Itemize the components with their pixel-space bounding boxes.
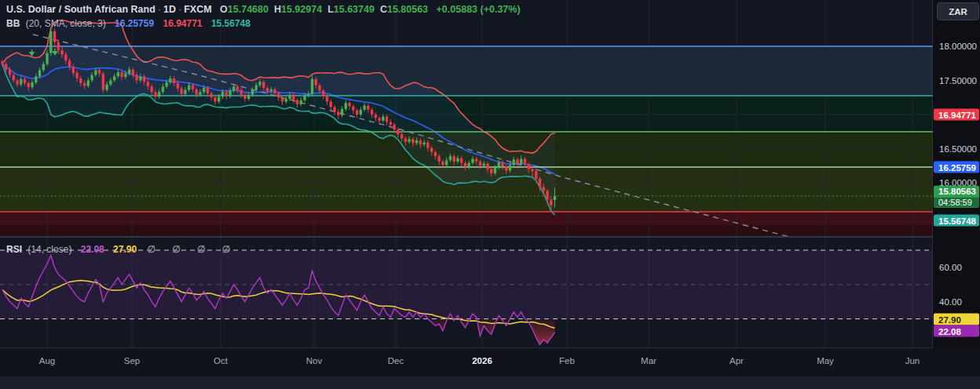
candle-body [192, 85, 194, 89]
candle-body [475, 159, 477, 162]
candle-body [288, 95, 291, 99]
candle-body [400, 134, 403, 138]
candle-body [318, 85, 320, 91]
time-axis-label-sep: Sep [124, 356, 140, 365]
candle-body [83, 83, 86, 85]
price-axis-label: 17.50000 [939, 76, 977, 85]
rsi-axis-label: 60.00 [939, 263, 962, 272]
candle-body [5, 64, 7, 70]
candle-body [375, 115, 377, 118]
candle-body [203, 88, 205, 92]
interval-label[interactable]: 1D [163, 4, 176, 15]
candle-body [124, 74, 126, 77]
chart-canvas[interactable] [0, 0, 980, 389]
candle-body [64, 54, 67, 60]
candle-body [113, 76, 115, 80]
bb-indicator-params: (20, SMA, close, 3) [26, 18, 106, 29]
candle-body [20, 79, 22, 85]
candle-body [333, 107, 335, 111]
candle-body [501, 162, 503, 166]
candle-body [266, 88, 269, 91]
candle-body [251, 90, 254, 95]
candle-body [38, 70, 41, 76]
candle-body [139, 76, 141, 80]
candle-body [430, 148, 433, 152]
candle-body [243, 95, 246, 99]
candle-body [218, 96, 220, 101]
candle-body [177, 83, 179, 89]
candle-body [356, 111, 358, 115]
ohlc-key: L [327, 4, 334, 15]
candle-body [543, 187, 545, 191]
candle-body [524, 159, 526, 165]
candle-body [169, 78, 171, 82]
candle-body [68, 60, 71, 67]
candle-body [393, 125, 395, 129]
candle-body [98, 70, 101, 73]
candle-body [422, 143, 425, 145]
trading-chart-window: U.S. Dollar / South African Rand·1D·FXCM… [0, 0, 980, 389]
candle-body [285, 99, 287, 101]
candle-body [341, 109, 343, 115]
candle-body [236, 86, 239, 89]
candle-body [352, 107, 354, 111]
ohlc-value: 15.74680 [228, 4, 269, 15]
candle-body [154, 92, 156, 96]
ohlc-key: O [220, 4, 228, 15]
candle-body [46, 53, 48, 64]
candle-body [42, 64, 45, 71]
bb-legend-row[interactable]: BB (20, SMA, close, 3) 16.25759 16.94771… [6, 18, 250, 29]
candle-body [419, 140, 422, 144]
candle-body [270, 89, 272, 92]
candle-body [516, 159, 518, 163]
candle-body [117, 72, 119, 76]
time-axis-label-nov: Nov [306, 356, 322, 365]
candle-body [199, 92, 201, 94]
candle-body [53, 31, 56, 42]
candle-body [165, 82, 167, 86]
candle-body [27, 83, 30, 87]
candle-body [147, 82, 149, 86]
candle-body [471, 159, 474, 163]
candle-body [464, 163, 466, 167]
candle-body [520, 159, 522, 164]
rsi-indicator-name[interactable]: RSI [6, 244, 22, 255]
candle-body [539, 179, 541, 187]
candle-body [229, 91, 231, 96]
candle-body [31, 82, 33, 87]
candle-body [1, 61, 3, 64]
symbol-legend-row[interactable]: U.S. Dollar / South African Rand·1D·FXCM… [6, 4, 521, 15]
candle-body [57, 42, 60, 50]
ohlc-key: C [380, 4, 387, 15]
time-axis-label-jun: Jun [905, 356, 920, 365]
candle-body [255, 85, 258, 90]
candle-body [535, 171, 537, 179]
candle-body [13, 75, 15, 81]
time-axis-label-dec: Dec [388, 356, 404, 365]
candle-body [90, 75, 93, 81]
candle-body [307, 94, 309, 96]
rsi-legend-row[interactable]: RSI (14, close) 22.08 27.90 ∅ ∅ ∅ ∅ [6, 244, 237, 255]
bb-indicator-name[interactable]: BB [6, 18, 20, 29]
candle-body [360, 110, 362, 115]
candle-body [150, 86, 152, 92]
rsi-ma-badge: 27.90 [934, 314, 979, 325]
candle-body [16, 81, 18, 85]
candle-body [550, 200, 552, 205]
candle-body [162, 86, 164, 92]
symbol-title[interactable]: U.S. Dollar / South African Rand [6, 4, 155, 15]
candle-body [72, 67, 75, 73]
candle-body [441, 162, 444, 165]
currency-zar-button[interactable]: ZAR [937, 2, 979, 20]
candle-body [173, 78, 175, 83]
candle-body [195, 89, 197, 95]
candle-body [389, 122, 392, 125]
candle-body [382, 117, 384, 121]
candle-body [60, 50, 63, 54]
candle-body [378, 118, 380, 120]
candle-body [109, 81, 112, 85]
candle-body [75, 73, 78, 78]
candle-body [180, 89, 182, 94]
candle-body [546, 191, 548, 199]
candle-body [210, 93, 212, 97]
